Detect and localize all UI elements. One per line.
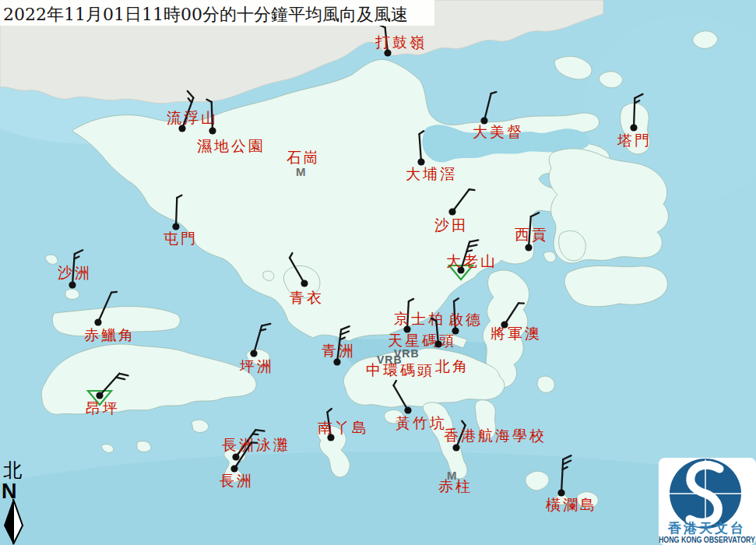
land-ma-wan bbox=[263, 271, 274, 281]
station-label: 大美督 bbox=[473, 123, 524, 140]
station-dot bbox=[525, 244, 532, 251]
south-open-sea bbox=[0, 452, 756, 545]
north-label-en: N bbox=[2, 480, 17, 503]
station-dot bbox=[69, 281, 76, 288]
wind-map: 打鼓嶺流浮山濕地公園M石崗大美督塔門大埔滘沙田西貢大老山屯門沙洲赤鱲角青衣坪洲青… bbox=[0, 0, 756, 545]
station-dot bbox=[630, 124, 637, 131]
station-label: 青衣 bbox=[290, 289, 324, 306]
station-label: 塔門 bbox=[617, 132, 652, 149]
station-label: 大埔滘 bbox=[406, 165, 457, 182]
land-sha-chau-islet bbox=[65, 289, 79, 299]
station-label: 昂坪 bbox=[86, 399, 120, 417]
station-label: 北角 bbox=[435, 357, 469, 374]
hko-logo: 香港天文台 HONG KONG OBSERVATORY bbox=[659, 458, 756, 545]
station-dot bbox=[250, 350, 257, 357]
station-label: 沙田 bbox=[434, 216, 469, 234]
station-label: 青洲 bbox=[322, 342, 356, 359]
station-label: 中環碼頭 bbox=[366, 361, 434, 378]
station-label: 赤柱 bbox=[438, 477, 473, 494]
station-label: 長洲泳灘 bbox=[222, 436, 290, 453]
station-label: 打鼓嶺 bbox=[374, 33, 427, 51]
station-label: 赤鱲角 bbox=[84, 326, 135, 343]
station-label: 流浮山 bbox=[167, 109, 218, 126]
station-label: 西貢 bbox=[515, 226, 549, 243]
station-label: 沙洲 bbox=[58, 264, 92, 281]
station-dot bbox=[448, 208, 455, 215]
station-dot bbox=[232, 453, 239, 460]
north-label-zh: 北 bbox=[3, 459, 22, 481]
station-label: 天星碼頭 bbox=[388, 332, 456, 349]
station-label: 啟德 bbox=[448, 311, 483, 328]
station-dot bbox=[301, 280, 308, 287]
map-title: 2022年11月01日11時00分的十分鐘平均風向及風速 bbox=[3, 5, 408, 24]
station-dot bbox=[209, 127, 216, 134]
station-label: 京士柏 bbox=[394, 310, 445, 327]
station-label: 南丫島 bbox=[318, 419, 369, 436]
missing-data-marker: M bbox=[296, 165, 306, 178]
station-label: 石崗 bbox=[287, 149, 321, 166]
logo-name-zh: 香港天文台 bbox=[667, 520, 746, 536]
station-label: 濕地公園 bbox=[197, 137, 265, 154]
station-dot bbox=[94, 318, 101, 325]
station-dot bbox=[452, 444, 459, 451]
station-dot bbox=[333, 358, 340, 365]
station-dot bbox=[404, 406, 411, 413]
land-high-island bbox=[564, 265, 667, 306]
station-label: 黃竹坑 bbox=[396, 414, 447, 431]
station-label: 坪洲 bbox=[239, 357, 274, 374]
station-dot bbox=[96, 392, 103, 399]
station-label: 長洲 bbox=[220, 472, 254, 489]
station-label: 屯門 bbox=[164, 230, 198, 247]
logo-name-en: HONG KONG OBSERVATORY bbox=[659, 536, 755, 544]
station-dot bbox=[434, 340, 441, 347]
land-tung-lung bbox=[537, 376, 554, 392]
wind-map-page: 打鼓嶺流浮山濕地公園M石崗大美督塔門大埔滘沙田西貢大老山屯門沙洲赤鱲角青衣坪洲青… bbox=[0, 0, 756, 545]
station-label: 香港航海學校 bbox=[444, 427, 547, 444]
station-label: 橫瀾島 bbox=[545, 496, 597, 513]
station-label: 大老山 bbox=[446, 252, 498, 269]
station-label: 將軍澳 bbox=[491, 325, 542, 342]
